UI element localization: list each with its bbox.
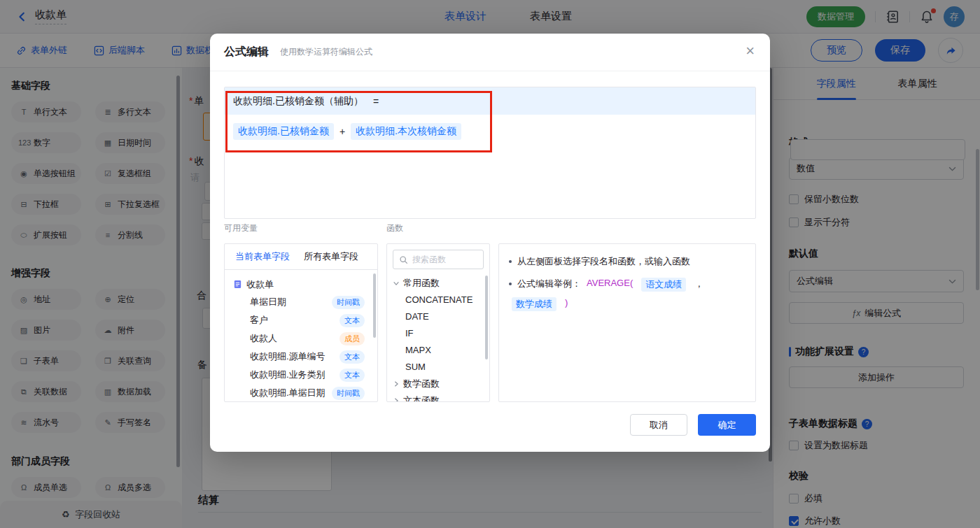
modal-title: 公式编辑 [224,45,269,59]
example-field-chip: 语文成绩 [641,278,686,292]
variables-tree: 收款单 单据日期时间戳 客户文本 收款人成员 收款明细.源单编号文本 收款明细.… [225,270,377,402]
formula-field-chip[interactable]: 收款明细.本次核销金额 [351,123,461,140]
type-badge: 成员 [340,332,365,345]
chevron-down-icon [393,280,400,287]
formula-field-chip[interactable]: 收款明细.已核销金额 [233,123,334,140]
formula-operator: + [340,126,345,137]
variable-row[interactable]: 单据日期时间戳 [225,293,377,311]
formula-expression: 收款明细.已核销金额 + 收款明细.本次核销金额 [225,115,755,148]
help-line-1: 从左侧面板选择字段名和函数，或输入函数 [509,255,746,268]
type-badge: 文本 [340,350,365,364]
variables-label: 可用变量 [224,222,258,234]
function-group-math[interactable]: 数学函数 [387,376,489,392]
variable-row[interactable]: 收款明细.业务类别文本 [225,366,377,384]
example-field-chip: 数学成绩 [512,297,556,311]
type-badge: 时间戳 [332,296,365,309]
type-badge: 文本 [340,314,365,327]
modal-footer: 取消 确定 [630,414,756,436]
variables-scrollbar[interactable] [373,273,376,338]
tab-current-form-fields[interactable]: 当前表单字段 [235,250,290,263]
chevron-right-icon [393,380,400,387]
chevron-right-icon [393,397,400,402]
function-item[interactable]: IF [387,325,489,342]
bullet-dot [509,283,512,285]
function-search-input[interactable] [412,255,475,264]
formula-editor-modal: 公式编辑 使用数学运算符编辑公式 × 收款明细.已核销金额（辅助） = 收款明细… [210,34,770,452]
type-badge: 时间戳 [332,387,365,400]
example-function-name: AVERAGE( [587,278,633,288]
function-item[interactable]: MAPX [387,342,489,359]
tab-all-form-fields[interactable]: 所有表单字段 [304,250,358,263]
variables-tabs: 当前表单字段 所有表单字段 [225,244,377,270]
function-item[interactable]: SUM [387,359,489,376]
help-line-2: 公式编辑举例： AVERAGE( 语文成绩 ， 数学成绩 ) [509,278,746,311]
variable-row[interactable]: 收款明细.单据日期时间戳 [225,384,377,402]
example-comma: ， [694,278,704,290]
form-doc-icon [233,280,242,289]
formula-help-panel: 从左侧面板选择字段名和函数，或输入函数 公式编辑举例： AVERAGE( 语文成… [498,243,756,402]
form-designer-app: 收款单 表单设计 表单设置 数据管理 [0,0,980,528]
variables-panel: 当前表单字段 所有表单字段 收款单 单据日期时间戳 客户文本 收款人成员 收款明… [224,243,378,402]
modal-subtitle: 使用数学运算符编辑公式 [280,46,372,58]
example-function-close: ) [565,297,568,308]
formula-editor[interactable]: 收款明细.已核销金额（辅助） = 收款明细.已核销金额 + 收款明细.本次核销金… [224,87,756,219]
cancel-button[interactable]: 取消 [630,414,687,436]
function-group-text[interactable]: 文本函数 [387,392,489,402]
variable-row[interactable]: 客户文本 [225,311,377,329]
search-icon [399,255,408,264]
functions-scrollbar[interactable] [485,276,488,359]
function-group-common[interactable]: 常用函数 [387,275,489,292]
formula-target-row: 收款明细.已核销金额（辅助） = [225,87,755,115]
functions-label: 函数 [386,222,403,234]
function-item[interactable]: DATE [387,308,489,325]
variable-row[interactable]: 收款明细.源单编号文本 [225,348,377,366]
type-badge: 文本 [340,369,365,382]
functions-panel: 常用函数 CONCATENATE DATE IF MAPX SUM 数学函数 文… [386,243,490,402]
formula-target: 收款明细.已核销金额（辅助） [233,95,363,108]
function-item[interactable]: CONCATENATE [387,292,489,308]
variable-row[interactable]: 收款人成员 [225,329,377,348]
function-search[interactable] [393,250,484,269]
tree-root-form[interactable]: 收款单 [225,276,377,293]
bullet-dot [509,260,512,263]
confirm-button[interactable]: 确定 [698,414,756,436]
formula-equals: = [373,96,379,107]
close-icon[interactable]: × [746,43,755,59]
modal-header: 公式编辑 使用数学运算符编辑公式 × [210,34,770,71]
